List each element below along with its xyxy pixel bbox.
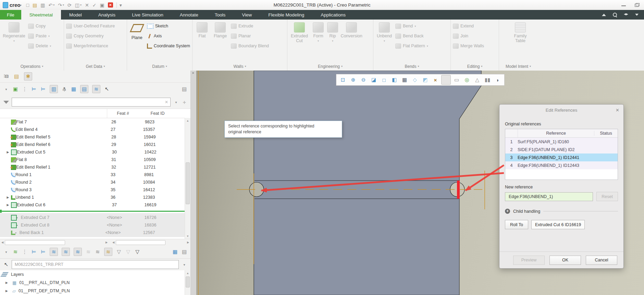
- sheetmetal-plate[interactable]: [254, 71, 481, 295]
- layer-doc-icon[interactable]: ▤: [182, 248, 187, 256]
- filter-pick-icon[interactable]: ▽: [135, 248, 140, 256]
- close-icon[interactable]: ✕: [616, 108, 619, 113]
- filter-dropdown-icon[interactable]: ▾: [173, 98, 179, 106]
- add-filter-icon[interactable]: ＋: [182, 98, 187, 106]
- expand-arrow-icon[interactable]: ▶: [5, 203, 11, 207]
- extend-button[interactable]: Extend: [453, 22, 484, 30]
- minimize-ribbon-icon[interactable]: [602, 14, 606, 16]
- search-icon[interactable]: [613, 13, 617, 17]
- layer-isolate-icon[interactable]: ≋: [74, 248, 82, 256]
- layers-scrollbar[interactable]: ▲: [185, 270, 190, 295]
- Edit Bend Relief 1[interactable]: ▶ Edit Bend Relief 1 32 12721: [0, 163, 190, 171]
- reference-row[interactable]: 3 Edge:F36(UNBEND_1) ID12441: [505, 153, 618, 161]
- extrude-button[interactable]: Extrude: [231, 22, 269, 30]
- regenerate-button[interactable]: Regenerate▾: [2, 22, 26, 43]
- bend-button[interactable]: Bend▾: [395, 22, 428, 30]
- favorites-tab-icon[interactable]: ✱: [24, 72, 32, 81]
- tree-filter-input[interactable]: [12, 100, 163, 105]
- windows-icon[interactable]: ◫: [75, 2, 82, 8]
- feat-id-column-header[interactable]: Feat ID: [139, 111, 176, 116]
- get-data-group-label[interactable]: Get Data: [64, 62, 127, 71]
- layer-view-icon[interactable]: ≋: [92, 85, 100, 93]
- Extruded Cut 6[interactable]: ▶ Extruded Cut 6 37 16619: [0, 201, 190, 209]
- refit-icon[interactable]: ⊡: [338, 75, 347, 84]
- 01__PRT_DEF_DTM_PLN[interactable]: ▶ ▱ 01__PRT_DEF_DTM_PLN: [0, 287, 190, 295]
- merge-walls-button[interactable]: Merge Walls: [453, 42, 484, 50]
- ribbon-tab[interactable]: Model: [61, 10, 90, 20]
- redo-icon[interactable]: ↷: [58, 2, 64, 8]
- datum-display-icon[interactable]: ◩: [421, 75, 430, 84]
- dots-icon[interactable]: ⋮: [22, 85, 27, 93]
- Flat 7[interactable]: ▶ Flat 7 26 9823: [0, 118, 190, 126]
- pause-icon[interactable]: ▮▮: [483, 75, 492, 84]
- annotation-display-icon[interactable]: ×: [431, 75, 440, 84]
- zoom-out-icon[interactable]: ⊖: [359, 75, 368, 84]
- feat-num-column-header[interactable]: Feat #: [107, 111, 139, 116]
- model-tree-tab-icon[interactable]: ⫶⊟: [3, 73, 9, 80]
- Extruded Cut 7[interactable]: Extruded Cut 7 <None> 16726: [0, 214, 190, 221]
- tree-capture-icon[interactable]: ▦: [71, 85, 76, 93]
- save-icon[interactable]: ▥: [40, 2, 45, 8]
- bend-back-button[interactable]: Bend Back: [395, 32, 428, 40]
- ribbon-tab[interactable]: Analysis: [90, 10, 124, 20]
- saved-orientations-icon[interactable]: ◧: [390, 75, 399, 84]
- layer-disabled-icon[interactable]: ≋: [86, 248, 91, 256]
- checklist-icon[interactable]: ▤: [80, 85, 88, 93]
- layers-collapse-icon[interactable]: ▾: [3, 248, 9, 256]
- bends-group-label[interactable]: Bends: [373, 62, 450, 71]
- user-defined-feature-button[interactable]: User-Defined Feature: [66, 22, 115, 30]
- customize-qat-icon[interactable]: ▾: [116, 2, 122, 8]
- Edit Bend Relief 6[interactable]: ▶ Edit Bend Relief 6 29 16021: [0, 141, 190, 148]
- Edit Bend 4[interactable]: ▶ Edit Bend 4 27 15357: [0, 126, 190, 133]
- dragger-display-icon[interactable]: ▭: [452, 75, 461, 84]
- copy-geometry-button[interactable]: Copy Geometry: [66, 32, 115, 40]
- tree-list-icon[interactable]: ⊨: [31, 85, 37, 93]
- expand-arrow-icon[interactable]: ▶: [5, 196, 11, 199]
- layer-table-icon[interactable]: ▦: [172, 248, 178, 256]
- 01__PRT_ALL_DTM_PLN[interactable]: ▶ ▦ 01__PRT_ALL_DTM_PLN: [0, 279, 190, 287]
- repaint-icon[interactable]: ◪: [369, 75, 378, 84]
- tree-columns-icon[interactable]: ▥: [50, 85, 58, 93]
- select-cursor-icon[interactable]: ↖: [104, 85, 110, 93]
- expand-arrow-icon[interactable]: ▶: [5, 150, 11, 154]
- stop-process-icon[interactable]: ✕: [108, 2, 113, 8]
- unbend-button[interactable]: Unbend▾: [375, 22, 393, 43]
- Round 1[interactable]: ▶ Round 1 33 8981: [0, 171, 190, 179]
- filter-none-icon[interactable]: ▽: [116, 248, 122, 256]
- Unbend 1[interactable]: ▶ Unbend 1 36 12383: [0, 194, 190, 201]
- ribbon-tab[interactable]: Flexible Modeling: [260, 10, 312, 20]
- flat-pattern-button[interactable]: Flat Pattern▾: [395, 42, 428, 50]
- restore-icon[interactable]: [635, 3, 639, 7]
- tree-name-scrollbar[interactable]: ◀▶: [0, 240, 109, 245]
- perspective-icon[interactable]: ◇: [410, 75, 419, 84]
- find-icon[interactable]: ◎: [462, 75, 471, 84]
- flat-button[interactable]: Flat: [195, 22, 210, 38]
- tree-filter-icon[interactable]: ⫚: [62, 85, 67, 93]
- Bend Back 1[interactable]: Bend Back 1 <None> 12567: [0, 229, 190, 236]
- family-table-button[interactable]: Family Table: [511, 22, 530, 44]
- roll-to-button[interactable]: Roll To: [505, 220, 528, 229]
- sketch-button[interactable]: Sketch: [147, 22, 190, 30]
- undo-icon[interactable]: ↶: [48, 2, 54, 8]
- coordinate-system-button[interactable]: Coordinate System: [147, 42, 190, 50]
- paste-button[interactable]: Paste▾: [28, 32, 51, 40]
- dots-icon[interactable]: ⋮: [22, 248, 27, 256]
- extruded-cut-button[interactable]: Extruded Cut: [289, 22, 309, 44]
- Flat 8[interactable]: ▶ Flat 8 31 10509: [0, 156, 190, 163]
- layer-tan-icon[interactable]: ≋: [104, 248, 112, 256]
- tree-vertical-scrollbar[interactable]: ▲ ▼: [185, 118, 190, 239]
- ribbon-tab[interactable]: View: [234, 10, 260, 20]
- axis-button[interactable]: Axis: [147, 32, 190, 40]
- model-combo-caret-icon[interactable]: ▾: [182, 261, 187, 268]
- clear-filter-icon[interactable]: ✕: [163, 100, 170, 105]
- form-button[interactable]: Form▾: [311, 22, 325, 43]
- reference-row[interactable]: 4 Edge:F36(UNBEND_1) ID12443: [505, 161, 618, 169]
- scroll-up-icon[interactable]: ▲: [185, 270, 190, 276]
- expand-arrow-icon[interactable]: ▶: [5, 289, 10, 293]
- spin-center-icon[interactable]: [441, 75, 451, 85]
- model-node-icon[interactable]: ▣: [13, 85, 18, 93]
- engineering-group-label[interactable]: Engineering: [287, 62, 373, 71]
- operations-group-label[interactable]: Operations: [0, 62, 64, 71]
- ok-button[interactable]: OK: [549, 256, 581, 265]
- zoom-in-icon[interactable]: ⊕: [349, 75, 358, 84]
